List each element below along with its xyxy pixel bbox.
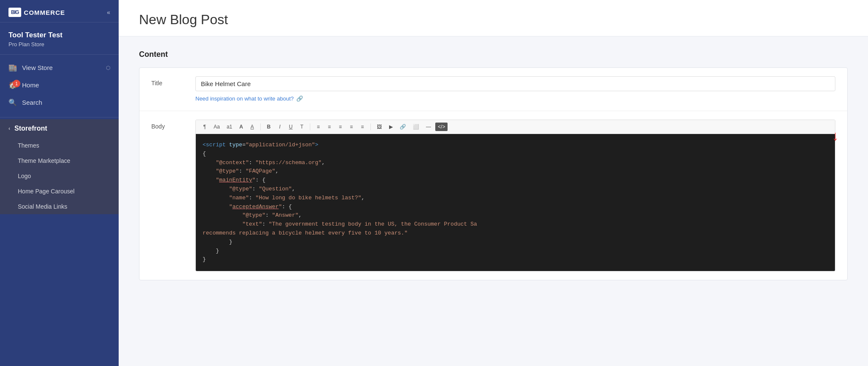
toolbar-align-left[interactable]: ≡ (314, 123, 323, 131)
search-icon: 🔍 (8, 98, 17, 106)
toolbar-video[interactable]: ▶ (386, 123, 395, 131)
storefront-subnav: Themes Theme Marketplace Logo Home Page … (0, 138, 119, 214)
toolbar-html[interactable]: </> (435, 123, 448, 131)
home-badge: 1 (13, 80, 20, 87)
main-content: New Blog Post Content Title Need inspira… (119, 0, 868, 366)
store-name: Tool Tester Test (8, 31, 110, 39)
title-input[interactable] (195, 76, 835, 91)
toolbar-font-size[interactable]: Aa (211, 123, 223, 131)
toolbar-italic[interactable]: I (275, 123, 284, 131)
nav-item-home[interactable]: 🏠 1 Home (0, 76, 119, 94)
toolbar-font-size-2[interactable]: a1 (224, 123, 235, 131)
toolbar-ul[interactable]: ≡ (358, 123, 367, 131)
body-row: Body ¶ Aa a1 A A B I U T (139, 111, 847, 280)
store-plan: Pro Plan Store (8, 41, 110, 47)
nav-item-search[interactable]: 🔍 Search (0, 94, 119, 111)
editor-container: ¶ Aa a1 A A B I U T ≡ ≡ ≡ ≡ (195, 120, 835, 271)
toolbar-table[interactable]: ⬜ (410, 123, 422, 131)
subnav-themes[interactable]: Themes (0, 138, 119, 153)
storefront-header[interactable]: ‹ Storefront (0, 119, 119, 138)
content-card: Title Need inspiration on what to write … (139, 67, 848, 280)
toolbar-font-color[interactable]: A (236, 123, 246, 131)
subnav-home-page-carousel[interactable]: Home Page Carousel (0, 184, 119, 199)
logo-icon: BIG (8, 8, 21, 17)
collapse-sidebar-button[interactable]: « (107, 9, 110, 16)
title-label: Title (151, 76, 185, 87)
toolbar-sep-1 (260, 123, 261, 130)
toolbar-underline[interactable]: U (286, 123, 295, 131)
toolbar-hr[interactable]: — (423, 123, 434, 131)
nav-label-search: Search (22, 99, 42, 106)
toolbar-ol[interactable]: ≡ (347, 123, 356, 131)
toolbar-paragraph[interactable]: ¶ (200, 123, 209, 131)
title-input-area: Need inspiration on what to write about?… (195, 76, 835, 102)
toolbar-strikethrough[interactable]: T (297, 123, 306, 131)
storefront-chevron-icon: ‹ (8, 126, 10, 131)
store-icon: 🏬 (8, 64, 17, 72)
toolbar-align-right[interactable]: ≡ (336, 123, 345, 131)
inspiration-link[interactable]: Need inspiration on what to write about?… (195, 95, 303, 102)
toolbar-image[interactable]: 🖼 (374, 123, 384, 131)
storefront-label: Storefront (14, 125, 47, 132)
toolbar-align-center[interactable]: ≡ (325, 123, 334, 131)
page-header: New Blog Post (119, 0, 868, 36)
subnav-logo[interactable]: Logo (0, 168, 119, 184)
main-nav: 🏬 View Store ⬡ 🏠 1 Home 🔍 Search (0, 55, 119, 115)
logo-text: COMMERCE (24, 9, 65, 16)
external-link-icon: ⬡ (106, 65, 110, 71)
nav-item-view-store[interactable]: 🏬 View Store ⬡ (0, 59, 119, 76)
inspiration-text: Need inspiration on what to write about? (195, 95, 294, 102)
code-editor[interactable]: <script type="application/ld+json"> { "@… (196, 134, 835, 271)
content-section-title: Content (139, 50, 848, 59)
editor-toolbar: ¶ Aa a1 A A B I U T ≡ ≡ ≡ ≡ (196, 120, 835, 134)
external-icon: 🔗 (296, 95, 303, 102)
toolbar-underline-a[interactable]: A (248, 123, 257, 131)
store-info: Tool Tester Test Pro Plan Store (0, 22, 119, 55)
toolbar-sep-2 (310, 123, 310, 130)
subnav-social-media-links[interactable]: Social Media Links (0, 199, 119, 214)
nav-label-home: Home (22, 81, 39, 89)
title-row: Title Need inspiration on what to write … (139, 68, 847, 111)
sidebar: BIG COMMERCE « Tool Tester Test Pro Plan… (0, 0, 119, 366)
sidebar-divider (0, 117, 119, 117)
logo-area: BIG COMMERCE (8, 8, 65, 17)
toolbar-bold[interactable]: B (264, 123, 273, 131)
body-label: Body (151, 120, 185, 130)
page-content-area: Content Title Need inspiration on what t… (119, 36, 868, 294)
toolbar-link[interactable]: 🔗 (397, 123, 409, 131)
nav-label-view-store: View Store (22, 64, 53, 71)
toolbar-sep-3 (370, 123, 371, 130)
sidebar-header: BIG COMMERCE « (0, 0, 119, 22)
storefront-section: ‹ Storefront Themes Theme Marketplace Lo… (0, 119, 119, 214)
page-title: New Blog Post (139, 12, 848, 28)
subnav-theme-marketplace[interactable]: Theme Marketplace (0, 153, 119, 168)
